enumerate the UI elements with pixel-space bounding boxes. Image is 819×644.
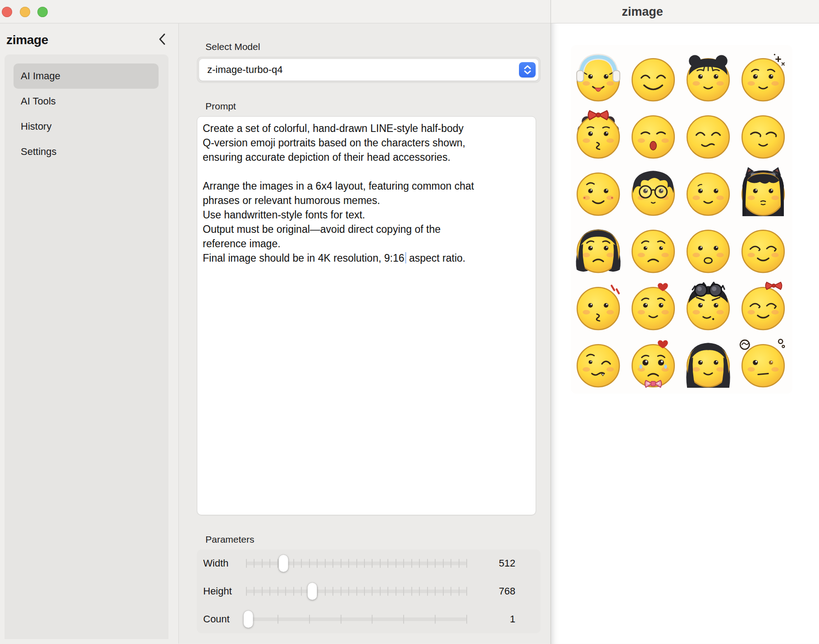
slider-tick xyxy=(466,559,467,568)
width-slider-value: 512 xyxy=(467,558,534,569)
count-slider-value: 1 xyxy=(467,613,534,625)
sidebar-item-history[interactable]: History xyxy=(14,114,159,139)
count-slider-row: Count 1 xyxy=(203,605,534,633)
prompt-text-after-caret: aspect ratio. xyxy=(406,252,466,264)
sidebar-item-settings[interactable]: Settings xyxy=(14,139,159,164)
emoji-worried-frown xyxy=(627,221,680,275)
emoji-red-bow-happy xyxy=(737,278,790,332)
slider-tick xyxy=(254,559,255,568)
main-panel: Select Model z-image-turbo-q4 Prompt Cre… xyxy=(179,23,555,644)
width-slider-row: Width 512 xyxy=(203,549,534,577)
slider-tick xyxy=(403,615,404,624)
traffic-light-close-button[interactable] xyxy=(2,7,12,17)
emoji-singing-o xyxy=(627,106,680,161)
slider-tick xyxy=(341,615,341,624)
slider-tick xyxy=(419,587,420,596)
slider-tick xyxy=(387,559,388,568)
traffic-light-minimize-button[interactable] xyxy=(20,7,30,17)
slider-tick xyxy=(293,587,294,596)
slider-tick xyxy=(325,587,326,596)
slider-tick xyxy=(309,615,310,624)
slider-thumb[interactable] xyxy=(244,611,253,628)
slider-tick xyxy=(341,559,341,568)
parameters-panel: Width 512 Height 768 Count 1 xyxy=(197,549,541,633)
count-slider[interactable] xyxy=(246,610,467,628)
emoji-relieved-curly-lashes xyxy=(737,221,790,275)
sidebar-item-ai-tools[interactable]: AI Tools xyxy=(14,89,159,114)
height-slider-label: Height xyxy=(203,585,246,597)
slider-tick xyxy=(325,559,326,568)
slider-tick xyxy=(411,559,412,568)
slider-tick xyxy=(332,587,333,596)
slider-tick xyxy=(443,559,444,568)
emoji-bow-curls-kiss xyxy=(572,106,625,161)
emoji-relieved-lashes xyxy=(737,106,790,161)
slider-tick xyxy=(427,587,428,596)
parameters-label: Parameters xyxy=(205,534,541,545)
height-slider-row: Height 768 xyxy=(203,577,534,605)
slider-tick xyxy=(396,559,396,568)
slider-tick xyxy=(293,559,294,568)
emoji-content-smile xyxy=(627,49,680,104)
emoji-surprised-oval xyxy=(682,221,735,275)
slider-tick xyxy=(348,587,349,596)
slider-tick xyxy=(341,587,341,596)
slider-tick xyxy=(364,559,365,568)
prompt-label: Prompt xyxy=(205,101,541,112)
emoji-heart-touched xyxy=(627,278,680,332)
emoji-bun-hair-girl xyxy=(682,49,735,104)
sidebar-item-ai-image[interactable]: AI Image xyxy=(14,63,159,89)
emoji-sad-long-hair-girl xyxy=(572,221,625,275)
slider-tick xyxy=(435,559,436,568)
slider-tick xyxy=(269,587,270,596)
count-slider-label: Count xyxy=(203,613,246,625)
slider-tick xyxy=(356,559,357,568)
slider-tick xyxy=(450,559,451,568)
emoji-long-hair-smile-girl xyxy=(682,335,735,390)
slider-tick xyxy=(427,559,428,568)
emoji-headphones-tongue xyxy=(572,49,625,104)
slider-tick xyxy=(459,559,460,568)
emoji-hopeful-sparkles xyxy=(737,49,790,104)
slider-tick xyxy=(466,587,467,596)
slider-tick xyxy=(356,587,357,596)
chevron-up-down-stepper-icon[interactable] xyxy=(519,62,536,77)
emoji-smirk-content xyxy=(682,106,735,161)
slider-tick xyxy=(466,615,467,624)
height-slider[interactable] xyxy=(246,582,467,600)
model-select[interactable]: z-image-turbo-q4 xyxy=(199,59,538,81)
model-select-value: z-image-turbo-q4 xyxy=(207,64,519,76)
sidebar-nav: AI Image AI Tools History Settings xyxy=(5,54,168,639)
slider-tick xyxy=(278,587,278,596)
slider-tick xyxy=(332,559,333,568)
slider-tick xyxy=(396,587,396,596)
prompt-text-before-caret: Create a set of colorful, hand-drawn LIN… xyxy=(203,122,474,264)
left-window: zimage AI Image AI Tools History Setting… xyxy=(0,0,551,644)
slider-tick xyxy=(364,587,365,596)
emoji-smirk-raised-brow xyxy=(572,335,625,390)
slider-tick xyxy=(246,559,247,568)
slider-tick xyxy=(269,559,270,568)
right-titlebar: zimage xyxy=(551,0,819,23)
emoji-hooded-cat-ears-girl xyxy=(737,163,790,218)
slider-tick xyxy=(419,559,420,568)
slider-tick xyxy=(403,587,404,596)
left-titlebar xyxy=(0,0,551,23)
slider-tick xyxy=(435,615,436,624)
slider-tick xyxy=(285,587,286,596)
slider-tick xyxy=(372,587,373,596)
prompt-textarea[interactable]: Create a set of colorful, hand-drawn LIN… xyxy=(197,116,536,515)
emoji-kiss-marks xyxy=(572,278,625,332)
slider-tick xyxy=(278,559,278,568)
slider-thumb[interactable] xyxy=(307,583,317,600)
width-slider[interactable] xyxy=(246,554,467,572)
sidebar-app-title: zimage xyxy=(6,33,48,47)
slider-tick xyxy=(411,587,412,596)
height-slider-value: 768 xyxy=(467,585,534,597)
slider-thumb[interactable] xyxy=(279,555,288,572)
collapse-sidebar-button[interactable] xyxy=(158,32,167,47)
slider-track[interactable] xyxy=(246,617,467,621)
slider-tick xyxy=(380,559,381,568)
traffic-light-zoom-button[interactable] xyxy=(37,7,48,17)
slider-tick xyxy=(309,559,310,568)
